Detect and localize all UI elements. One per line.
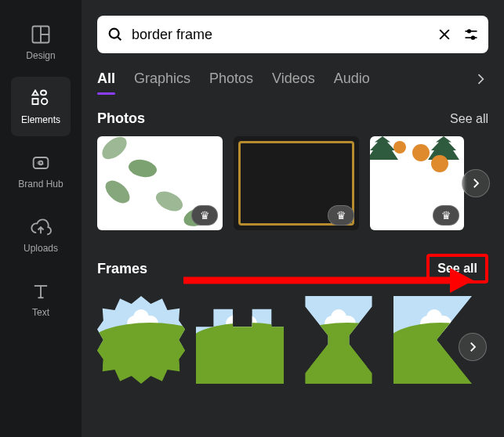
- section-header-photos: Photos See all: [97, 110, 488, 127]
- photos-row: ♛ ♛ ♛: [97, 136, 488, 230]
- sidebar-item-text[interactable]: Text: [11, 269, 71, 329]
- shapes-icon: [30, 88, 52, 110]
- frames-row: [97, 296, 488, 384]
- section-title-photos: Photos: [97, 110, 145, 127]
- search-input[interactable]: [132, 27, 429, 43]
- tab-photos[interactable]: Photos: [209, 70, 253, 87]
- layout-icon: [30, 23, 52, 45]
- sidebar-item-label: Brand Hub: [18, 179, 63, 190]
- search-icon: [107, 26, 124, 43]
- sidebar-item-uploads[interactable]: Uploads: [11, 205, 71, 265]
- svg-line-9: [118, 37, 121, 40]
- sidebar-item-label: Design: [26, 50, 55, 61]
- svg-point-4: [42, 99, 47, 104]
- tab-audio[interactable]: Audio: [334, 70, 370, 87]
- sidebar-item-label: Uploads: [24, 243, 58, 254]
- sidebar-item-elements[interactable]: Elements: [11, 77, 71, 136]
- section-title-frames: Frames: [97, 261, 147, 277]
- tab-all[interactable]: All: [97, 70, 115, 87]
- tab-graphics[interactable]: Graphics: [134, 70, 190, 87]
- sidebar-item-label: Elements: [21, 114, 60, 125]
- photos-scroll-right[interactable]: [462, 169, 490, 197]
- frame-card[interactable]: [295, 296, 383, 384]
- frames-scroll-right[interactable]: [459, 333, 487, 361]
- svg-text:co.: co.: [37, 160, 44, 165]
- sidebar-item-design[interactable]: Design: [11, 13, 71, 72]
- section-header-frames: Frames See all: [97, 254, 488, 284]
- text-icon: [30, 280, 52, 302]
- see-all-photos[interactable]: See all: [450, 112, 488, 126]
- premium-badge: ♛: [433, 205, 459, 226]
- photo-card[interactable]: ♛: [234, 136, 359, 230]
- premium-badge: ♛: [191, 205, 218, 226]
- tabs-scroll-right[interactable]: [473, 71, 488, 87]
- filters-button[interactable]: [463, 27, 479, 42]
- photo-card[interactable]: ♛: [97, 136, 223, 230]
- frame-card[interactable]: [97, 296, 185, 384]
- elements-panel: All Graphics Photos Videos Audio Photos …: [82, 0, 504, 437]
- chevron-right-icon: [473, 71, 488, 87]
- search-bar: [97, 16, 488, 53]
- close-icon: [437, 27, 452, 42]
- frame-card[interactable]: [196, 296, 284, 384]
- category-tabs: All Graphics Photos Videos Audio: [97, 70, 488, 90]
- tab-videos[interactable]: Videos: [272, 70, 315, 87]
- sliders-icon: [463, 27, 479, 42]
- premium-badge: ♛: [328, 205, 354, 226]
- svg-point-8: [110, 29, 119, 38]
- chevron-right-icon: [469, 176, 483, 190]
- app-sidebar: Design Elements co. Brand Hub Uploads Te…: [0, 0, 82, 437]
- svg-rect-3: [33, 99, 38, 104]
- badge-icon: co.: [30, 152, 52, 174]
- clear-search-button[interactable]: [437, 27, 452, 42]
- photo-card[interactable]: ♛: [370, 136, 464, 230]
- cloud-upload-icon: [30, 216, 52, 238]
- see-all-frames[interactable]: See all: [426, 254, 488, 284]
- sidebar-item-brand-hub[interactable]: co. Brand Hub: [11, 141, 71, 200]
- svg-point-13: [468, 30, 471, 33]
- chevron-right-icon: [466, 340, 480, 354]
- sidebar-item-label: Text: [32, 307, 49, 318]
- svg-point-15: [472, 36, 475, 39]
